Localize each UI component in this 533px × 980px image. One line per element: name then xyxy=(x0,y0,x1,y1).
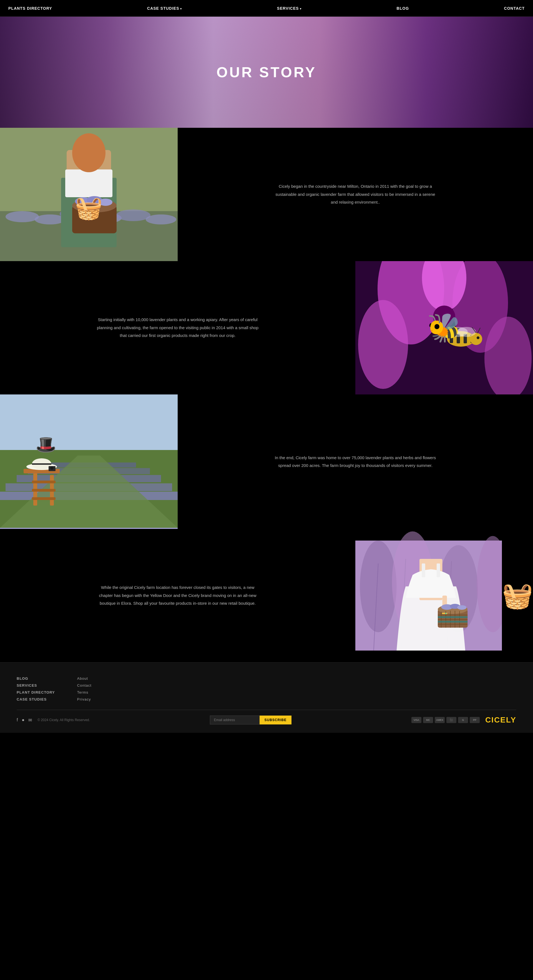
nav-contact[interactable]: CONTACT xyxy=(504,6,525,11)
footer-instagram-icon[interactable]: ● xyxy=(22,718,24,723)
section4-paragraph: While the original Cicely farm location … xyxy=(94,584,261,608)
section4-image xyxy=(355,529,533,662)
footer-whatsapp-icon[interactable]: ✉ xyxy=(28,718,32,723)
nav-links: PLANTS DIRECTORY CASE STUDIES SERVICES B… xyxy=(0,0,533,17)
footer-nav-col1: BLOG SERVICES PLANT DIRECTORY CASE STUDI… xyxy=(17,676,55,702)
footer-terms-link[interactable]: Terms xyxy=(77,690,92,694)
section3-paragraph: In the end, Cicely farm was home to over… xyxy=(272,454,439,470)
section2-text: Starting initially with 10,000 lavender … xyxy=(0,261,355,395)
footer-logo: CICELY xyxy=(485,716,516,724)
footer-about-link[interactable]: About xyxy=(77,676,92,681)
story-section-4: While the original Cicely farm location … xyxy=(0,529,533,662)
svg-rect-63 xyxy=(422,563,425,578)
svg-rect-26 xyxy=(457,334,460,343)
svg-point-80 xyxy=(457,605,466,610)
svg-point-55 xyxy=(360,541,397,632)
nav-blog[interactable]: BLOG xyxy=(397,6,409,11)
svg-rect-81 xyxy=(442,613,447,614)
section1-image xyxy=(0,128,178,261)
svg-rect-35 xyxy=(0,395,178,450)
section3-svg xyxy=(0,395,178,528)
story-grid: Cicely began in the countryside near Mil… xyxy=(0,128,533,662)
svg-point-2 xyxy=(6,211,39,222)
section1-paragraph: Cicely began in the countryside near Mil… xyxy=(272,183,439,207)
footer-payment-icons: VISA MC AMEX ⬛ G PP xyxy=(411,717,480,723)
footer-blog-link[interactable]: BLOG xyxy=(17,676,55,681)
apple-pay-icon: ⬛ xyxy=(446,717,456,723)
footer-subscribe: SUBSCRIBE xyxy=(210,716,292,724)
footer-social: f ● ✉ xyxy=(17,718,32,723)
footer-facebook-icon[interactable]: f xyxy=(17,718,18,723)
hero-title: OUR STORY xyxy=(217,64,316,81)
svg-point-11 xyxy=(72,133,105,172)
hero-section: OUR STORY xyxy=(0,17,533,128)
footer: BLOG SERVICES PLANT DIRECTORY CASE STUDI… xyxy=(0,662,533,733)
section2-image xyxy=(355,261,533,395)
svg-rect-25 xyxy=(450,335,453,343)
svg-point-3 xyxy=(35,215,65,224)
nav-plants-directory[interactable]: PLANTS DIRECTORY xyxy=(8,6,52,11)
story-section-3: In the end, Cicely farm was home to over… xyxy=(0,395,533,529)
section4-svg xyxy=(355,529,502,662)
svg-rect-10 xyxy=(65,169,113,197)
svg-rect-77 xyxy=(438,621,468,623)
story-section-2: Starting initially with 10,000 lavender … xyxy=(0,261,533,395)
story-section-1: Cicely began in the countryside near Mil… xyxy=(0,128,533,261)
svg-rect-46 xyxy=(32,489,56,492)
footer-nav-col2: About Contact Terms Privacy xyxy=(77,676,92,702)
footer-contact-link[interactable]: Contact xyxy=(77,683,92,687)
footer-bottom-left: f ● ✉ © 2024 Cicely. All Rights Reserved… xyxy=(17,718,90,723)
section1-text: Cicely began in the countryside near Mil… xyxy=(178,128,533,261)
footer-plant-directory-link[interactable]: PLANT DIRECTORY xyxy=(17,690,55,694)
svg-point-53 xyxy=(50,466,54,470)
nav-case-studies[interactable]: CASE STUDIES xyxy=(147,6,182,11)
svg-point-20 xyxy=(358,300,408,389)
footer-bottom: f ● ✉ © 2024 Cicely. All Rights Reserved… xyxy=(17,710,516,724)
svg-point-23 xyxy=(433,305,455,328)
section3-text: In the end, Cicely farm was home to over… xyxy=(178,395,533,529)
svg-rect-76 xyxy=(438,616,468,618)
footer-top: BLOG SERVICES PLANT DIRECTORY CASE STUDI… xyxy=(17,676,516,702)
footer-case-studies-link[interactable]: CASE STUDIES xyxy=(17,697,55,702)
svg-point-15 xyxy=(87,196,102,204)
svg-point-7 xyxy=(146,215,176,224)
section4-image-visual xyxy=(355,529,533,662)
section4-text: While the original Cicely farm location … xyxy=(0,529,355,662)
section3-image-visual xyxy=(0,395,178,529)
footer-copyright: © 2024 Cicely. All Rights Reserved. xyxy=(38,718,90,722)
google-pay-icon: G xyxy=(458,717,468,723)
svg-point-16 xyxy=(98,199,113,206)
svg-rect-51 xyxy=(32,463,51,465)
subscribe-email-input[interactable] xyxy=(210,716,260,724)
section1-svg xyxy=(0,128,178,261)
mastercard-icon: MC xyxy=(423,717,433,723)
section3-image xyxy=(0,395,178,529)
svg-point-82 xyxy=(445,613,446,614)
section2-image-visual xyxy=(355,261,533,395)
footer-privacy-link[interactable]: Privacy xyxy=(77,697,92,702)
svg-rect-64 xyxy=(437,563,440,578)
svg-rect-45 xyxy=(32,480,56,483)
svg-point-14 xyxy=(75,197,92,205)
nav-services[interactable]: SERVICES xyxy=(277,6,301,11)
visa-icon: VISA xyxy=(411,717,421,723)
amex-icon: AMEX xyxy=(435,717,445,723)
paypal-icon: PP xyxy=(470,717,480,723)
footer-services-link[interactable]: SERVICES xyxy=(17,683,55,687)
section1-image-visual xyxy=(0,128,178,261)
navigation: CICELY f ● ✉ PLANTS DIRECTORY CASE STUDI… xyxy=(0,0,533,17)
section2-paragraph: Starting initially with 10,000 lavender … xyxy=(94,316,261,340)
svg-rect-47 xyxy=(32,497,56,500)
svg-point-6 xyxy=(116,210,151,221)
subscribe-button[interactable]: SUBSCRIBE xyxy=(260,716,292,724)
section2-svg xyxy=(355,261,533,395)
svg-point-32 xyxy=(477,336,479,339)
nav-right: f ● ✉ PLANTS DIRECTORY CASE STUDIES SERV… xyxy=(509,6,525,11)
